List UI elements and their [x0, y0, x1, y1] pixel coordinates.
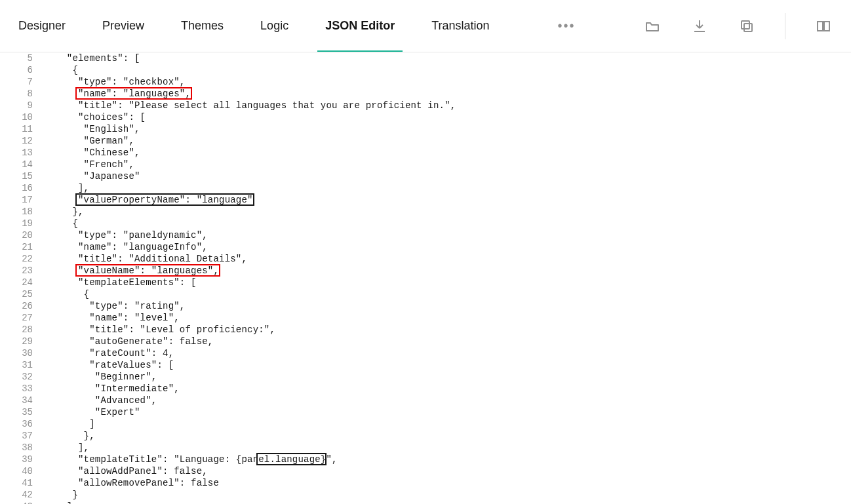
tab-themes[interactable]: Themes [181, 0, 224, 52]
tab-designer[interactable]: Designer [18, 0, 66, 52]
line-number: 27 [0, 312, 33, 324]
line-number: 26 [0, 300, 33, 312]
code-line[interactable]: "valueName": "languages", [42, 265, 851, 277]
line-number: 14 [0, 159, 33, 170]
code-text: "Expert" [50, 406, 140, 418]
code-line[interactable]: "Intermediate", [42, 383, 851, 395]
code-line[interactable]: { [42, 218, 851, 229]
code-line[interactable]: "French", [42, 159, 851, 170]
download-button[interactable] [690, 17, 709, 35]
line-number: 38 [0, 442, 33, 454]
code-text: ] [50, 418, 95, 430]
code-line[interactable]: "Beginner", [42, 371, 851, 383]
tab-label: Preview [102, 19, 144, 33]
code-line[interactable]: "title": "Please select all languages th… [42, 100, 851, 111]
code-line[interactable]: "rateCount": 4, [42, 347, 851, 359]
code-line[interactable]: ], [42, 442, 851, 454]
code-line[interactable]: "English", [42, 123, 851, 135]
code-editor[interactable]: 5678910111213141516171819202122232425262… [0, 52, 851, 504]
code-line[interactable]: "Expert" [42, 406, 851, 418]
book-icon [816, 18, 831, 34]
tab-json-editor[interactable]: JSON Editor [325, 0, 395, 52]
more-tabs-button[interactable]: ••• [558, 18, 576, 33]
code-text: }, [50, 430, 95, 442]
code-line[interactable]: "rateValues": [ [42, 359, 851, 371]
tab-preview[interactable]: Preview [102, 0, 144, 52]
code-line[interactable]: "elements": [ [42, 52, 851, 64]
code-text: "type": "rating", [50, 300, 185, 312]
copy-button[interactable] [738, 17, 756, 35]
code-line[interactable]: "autoGenerate": false, [42, 336, 851, 347]
line-number-gutter: 5678910111213141516171819202122232425262… [0, 52, 38, 504]
line-number: 36 [0, 418, 33, 430]
line-number: 24 [0, 277, 33, 288]
code-text: "templateElements": [ [50, 277, 197, 288]
line-number: 21 [0, 241, 33, 253]
code-line[interactable]: "choices": [ [42, 111, 851, 123]
code-text: "templateTitle": "Language: {panel.langu… [50, 454, 338, 465]
code-line[interactable]: "Japanese" [42, 170, 851, 182]
code-text: { [50, 288, 89, 300]
line-number: 13 [0, 147, 33, 159]
code-line[interactable]: }, [42, 206, 851, 218]
code-line[interactable]: "name": "level", [42, 312, 851, 324]
code-text: ], [50, 501, 78, 504]
code-line[interactable]: } [42, 489, 851, 501]
tab-label: Themes [181, 19, 224, 33]
code-line[interactable]: "title": "Level of proficiency:", [42, 324, 851, 336]
line-number: 41 [0, 477, 33, 489]
code-line[interactable]: "name": "languageInfo", [42, 241, 851, 253]
code-line[interactable]: "templateElements": [ [42, 277, 851, 288]
line-number: 5 [0, 52, 33, 64]
code-text: "title": "Please select all languages th… [50, 100, 456, 111]
line-number: 33 [0, 383, 33, 395]
code-text: { [50, 64, 78, 76]
tab-translation[interactable]: Translation [431, 0, 489, 52]
line-number: 37 [0, 430, 33, 442]
line-number: 32 [0, 371, 33, 383]
code-line[interactable]: "allowAddPanel": false, [42, 465, 851, 477]
code-line[interactable]: "title": "Additional Details", [42, 253, 851, 265]
code-line[interactable]: "name": "languages", [42, 88, 851, 100]
code-line[interactable]: "type": "checkbox", [42, 76, 851, 88]
code-line[interactable]: ] [42, 418, 851, 430]
line-number: 30 [0, 347, 33, 359]
line-number: 25 [0, 288, 33, 300]
copy-icon [739, 18, 755, 34]
tab-logic[interactable]: Logic [260, 0, 288, 52]
code-line[interactable]: ], [42, 501, 851, 504]
code-line[interactable]: "templateTitle": "Language: {panel.langu… [42, 454, 851, 465]
tabs-container: Designer Preview Themes Logic JSON Edito… [18, 0, 576, 52]
code-text: "title": "Level of proficiency:", [50, 324, 275, 336]
code-line[interactable]: "Chinese", [42, 147, 851, 159]
line-number: 11 [0, 123, 33, 135]
code-text: "type": "checkbox", [50, 76, 185, 88]
code-line[interactable]: "allowRemovePanel": false [42, 477, 851, 489]
open-folder-button[interactable] [643, 17, 662, 35]
code-line[interactable]: "valuePropertyName": "language" [42, 194, 851, 206]
code-text: } [50, 489, 78, 501]
code-line[interactable]: "type": "paneldynamic", [42, 229, 851, 241]
line-number: 15 [0, 170, 33, 182]
code-line[interactable]: { [42, 64, 851, 76]
folder-icon [644, 18, 660, 34]
line-number: 7 [0, 76, 33, 88]
code-text: "Beginner", [50, 371, 157, 383]
line-number: 39 [0, 454, 33, 465]
code-line[interactable]: ], [42, 182, 851, 194]
line-number: 6 [0, 64, 33, 76]
code-line[interactable]: }, [42, 430, 851, 442]
line-number: 8 [0, 88, 33, 100]
code-line[interactable]: { [42, 288, 851, 300]
docs-button[interactable] [814, 17, 833, 35]
code-line[interactable]: "Advanced", [42, 395, 851, 406]
code-line[interactable]: "type": "rating", [42, 300, 851, 312]
code-line[interactable]: "German", [42, 135, 851, 147]
line-number: 35 [0, 406, 33, 418]
code-text: "Chinese", [50, 147, 140, 159]
code-text: "German", [50, 135, 134, 147]
line-number: 43 [0, 501, 33, 504]
code-content[interactable]: "elements": [ { "type": "checkbox", "nam… [38, 52, 851, 504]
code-text: ], [50, 182, 89, 194]
code-text: "name": "languageInfo", [50, 241, 208, 253]
